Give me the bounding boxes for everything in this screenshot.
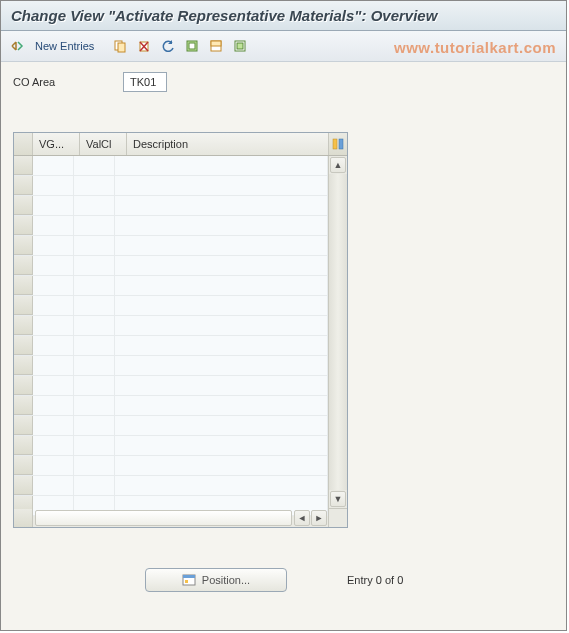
cell-valcl[interactable] [74, 456, 115, 475]
grid-select-all[interactable] [14, 133, 33, 155]
cell-description[interactable] [115, 456, 328, 475]
column-header-valcl[interactable]: ValCl [80, 133, 127, 155]
cell-description[interactable] [115, 256, 328, 275]
cell-description[interactable] [115, 156, 328, 175]
table-row[interactable] [14, 476, 328, 496]
cell-vg[interactable] [33, 356, 74, 375]
row-selector[interactable] [14, 256, 33, 275]
row-selector[interactable] [14, 196, 33, 215]
row-selector[interactable] [14, 396, 33, 415]
scroll-right-icon[interactable]: ► [311, 510, 327, 526]
table-row[interactable] [14, 196, 328, 216]
cell-description[interactable] [115, 396, 328, 415]
cell-description[interactable] [115, 416, 328, 435]
cell-valcl[interactable] [74, 476, 115, 495]
co-area-value[interactable]: TK01 [123, 72, 167, 92]
cell-vg[interactable] [33, 236, 74, 255]
table-row[interactable] [14, 416, 328, 436]
cell-vg[interactable] [33, 436, 74, 455]
row-selector[interactable] [14, 416, 33, 435]
cell-description[interactable] [115, 336, 328, 355]
row-selector[interactable] [14, 436, 33, 455]
hscroll-track[interactable] [35, 510, 292, 526]
row-selector[interactable] [14, 376, 33, 395]
row-selector[interactable] [14, 476, 33, 495]
scroll-track[interactable] [329, 174, 347, 490]
cell-vg[interactable] [33, 456, 74, 475]
cell-vg[interactable] [33, 396, 74, 415]
cell-description[interactable] [115, 316, 328, 335]
cell-description[interactable] [115, 236, 328, 255]
row-selector[interactable] [14, 456, 33, 475]
cell-valcl[interactable] [74, 396, 115, 415]
scroll-up-icon[interactable]: ▲ [330, 157, 346, 173]
cell-valcl[interactable] [74, 256, 115, 275]
scroll-left-icon[interactable]: ◄ [294, 510, 310, 526]
cell-vg[interactable] [33, 276, 74, 295]
cell-valcl[interactable] [74, 176, 115, 195]
copy-icon[interactable] [110, 36, 130, 56]
position-button[interactable]: Position... [145, 568, 287, 592]
cell-vg[interactable] [33, 176, 74, 195]
row-selector[interactable] [14, 176, 33, 195]
row-selector[interactable] [14, 156, 33, 175]
cell-valcl[interactable] [74, 276, 115, 295]
cell-valcl[interactable] [74, 436, 115, 455]
table-row[interactable] [14, 156, 328, 176]
table-row[interactable] [14, 456, 328, 476]
table-row[interactable] [14, 376, 328, 396]
new-entries-button[interactable]: New Entries [31, 36, 98, 56]
cell-valcl[interactable] [74, 196, 115, 215]
table-row[interactable] [14, 176, 328, 196]
table-row[interactable] [14, 336, 328, 356]
cell-vg[interactable] [33, 216, 74, 235]
select-block-icon[interactable] [206, 36, 226, 56]
delete-icon[interactable] [134, 36, 154, 56]
row-selector[interactable] [14, 316, 33, 335]
cell-vg[interactable] [33, 156, 74, 175]
table-row[interactable] [14, 236, 328, 256]
table-row[interactable] [14, 316, 328, 336]
row-selector[interactable] [14, 296, 33, 315]
row-selector[interactable] [14, 356, 33, 375]
cell-description[interactable] [115, 436, 328, 455]
cell-description[interactable] [115, 376, 328, 395]
cell-description[interactable] [115, 276, 328, 295]
select-all-icon[interactable] [182, 36, 202, 56]
cell-description[interactable] [115, 296, 328, 315]
table-row[interactable] [14, 256, 328, 276]
cell-vg[interactable] [33, 296, 74, 315]
cell-description[interactable] [115, 196, 328, 215]
cell-valcl[interactable] [74, 216, 115, 235]
cell-valcl[interactable] [74, 336, 115, 355]
grid-configure-icon[interactable] [329, 133, 347, 155]
cell-vg[interactable] [33, 376, 74, 395]
table-row[interactable] [14, 396, 328, 416]
table-row[interactable] [14, 216, 328, 236]
row-selector[interactable] [14, 216, 33, 235]
cell-description[interactable] [115, 476, 328, 495]
cell-valcl[interactable] [74, 376, 115, 395]
table-row[interactable] [14, 296, 328, 316]
cell-valcl[interactable] [74, 296, 115, 315]
cell-description[interactable] [115, 356, 328, 375]
cell-vg[interactable] [33, 256, 74, 275]
cell-valcl[interactable] [74, 356, 115, 375]
toggle-view-icon[interactable] [7, 36, 27, 56]
cell-valcl[interactable] [74, 416, 115, 435]
table-row[interactable] [14, 276, 328, 296]
cell-vg[interactable] [33, 196, 74, 215]
table-row[interactable] [14, 356, 328, 376]
deselect-all-icon[interactable] [230, 36, 250, 56]
cell-vg[interactable] [33, 416, 74, 435]
cell-description[interactable] [115, 216, 328, 235]
cell-valcl[interactable] [74, 316, 115, 335]
scroll-down-icon[interactable]: ▼ [330, 491, 346, 507]
cell-vg[interactable] [33, 476, 74, 495]
cell-valcl[interactable] [74, 236, 115, 255]
cell-valcl[interactable] [74, 156, 115, 175]
column-header-vg[interactable]: VG... [33, 133, 80, 155]
undo-icon[interactable] [158, 36, 178, 56]
table-row[interactable] [14, 436, 328, 456]
cell-vg[interactable] [33, 316, 74, 335]
